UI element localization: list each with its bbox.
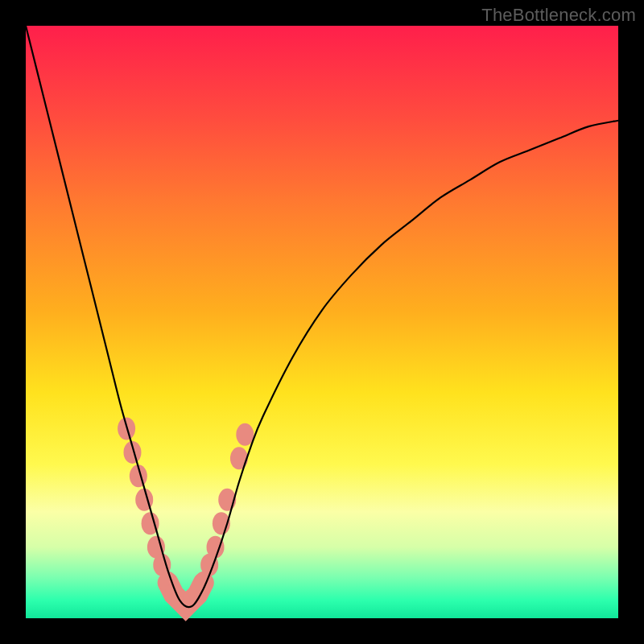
marker-point bbox=[236, 423, 254, 446]
curve-svg bbox=[26, 26, 618, 618]
plot-area bbox=[26, 26, 618, 618]
marker-group bbox=[118, 417, 254, 617]
chart-frame: TheBottleneck.com bbox=[0, 0, 644, 644]
watermark-text: TheBottleneck.com bbox=[481, 5, 636, 26]
marker-point bbox=[230, 447, 248, 469]
bottleneck-curve bbox=[26, 26, 618, 607]
